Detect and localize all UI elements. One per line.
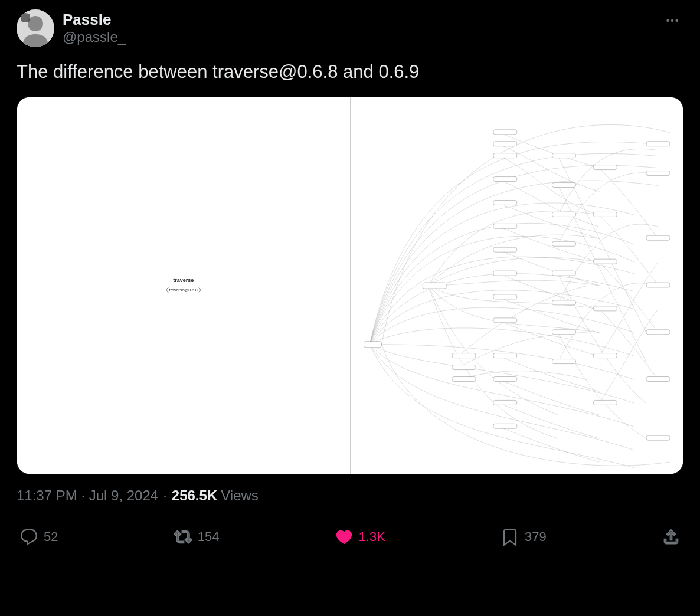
svg-rect-38 [646, 283, 670, 287]
share-button[interactable] [662, 528, 680, 546]
svg-point-3 [671, 19, 673, 22]
svg-rect-28 [552, 359, 575, 364]
svg-point-1 [28, 16, 43, 31]
svg-rect-29 [593, 165, 617, 170]
svg-rect-43 [452, 365, 476, 370]
svg-rect-20 [493, 424, 516, 429]
svg-rect-8 [493, 142, 516, 146]
node-title: traverse [166, 277, 201, 283]
media-left-pane: traverse traverse@0.6.8 [17, 97, 351, 474]
more-button[interactable] [661, 9, 683, 34]
heart-icon [335, 528, 353, 546]
author-name[interactable]: Passle [63, 11, 653, 29]
author-block: Passle @passle_ [63, 11, 653, 46]
retweet-icon [174, 528, 192, 546]
svg-point-4 [675, 19, 678, 22]
dependency-graph [351, 97, 683, 474]
tweet-media[interactable]: traverse traverse@0.6.8 [17, 97, 683, 474]
svg-rect-26 [552, 300, 575, 305]
divider [17, 517, 683, 517]
single-dependency-node: traverse traverse@0.6.8 [166, 277, 201, 294]
more-icon [665, 13, 680, 28]
svg-rect-32 [593, 306, 617, 311]
svg-rect-33 [593, 353, 617, 358]
svg-rect-34 [593, 401, 617, 405]
svg-rect-11 [493, 201, 516, 205]
svg-rect-18 [493, 377, 516, 382]
action-bar: 52 154 1.3K 379 [17, 528, 683, 546]
timestamp[interactable]: 11:37 PM · Jul 9, 2024 [17, 487, 158, 504]
svg-rect-42 [452, 353, 476, 358]
tweet-article: Passle @passle_ The difference between t… [17, 9, 683, 546]
tweet-meta: 11:37 PM · Jul 9, 2024 · 256.5K Views [17, 487, 683, 504]
svg-rect-21 [552, 153, 575, 158]
views-label: Views [221, 487, 259, 504]
svg-rect-10 [493, 177, 516, 182]
svg-rect-13 [493, 248, 516, 253]
author-handle[interactable]: @passle_ [63, 29, 653, 46]
svg-rect-27 [552, 330, 575, 335]
svg-rect-6 [423, 283, 446, 289]
svg-rect-35 [646, 142, 670, 146]
svg-rect-22 [552, 183, 575, 188]
svg-rect-23 [552, 212, 575, 217]
retweet-count: 154 [198, 529, 220, 545]
svg-rect-15 [493, 294, 516, 299]
separator: · [163, 487, 167, 504]
svg-rect-31 [593, 259, 617, 264]
media-right-pane [351, 97, 683, 474]
like-button[interactable]: 1.3K [335, 528, 385, 546]
bookmark-icon [501, 528, 519, 546]
svg-rect-5 [364, 342, 381, 348]
svg-rect-30 [593, 212, 617, 217]
svg-rect-41 [646, 436, 670, 441]
tweet-text: The difference between traverse@0.6.8 an… [17, 60, 683, 84]
svg-rect-16 [493, 318, 516, 323]
svg-rect-12 [493, 224, 516, 229]
svg-rect-19 [493, 401, 516, 405]
tweet-header: Passle @passle_ [17, 9, 683, 47]
svg-rect-36 [646, 171, 670, 176]
like-count: 1.3K [359, 529, 385, 545]
svg-rect-40 [646, 377, 670, 382]
svg-rect-14 [493, 271, 516, 276]
svg-rect-39 [646, 330, 670, 335]
views-count: 256.5K [172, 487, 217, 504]
svg-point-2 [666, 19, 669, 22]
svg-rect-9 [493, 153, 516, 158]
bookmark-button[interactable]: 379 [501, 528, 547, 546]
svg-rect-44 [452, 377, 476, 382]
reply-icon [20, 528, 38, 546]
svg-rect-17 [493, 353, 516, 358]
node-box: traverse@0.6.8 [166, 287, 201, 293]
svg-rect-7 [493, 130, 516, 135]
svg-rect-37 [646, 236, 670, 241]
share-icon [662, 528, 680, 546]
retweet-button[interactable]: 154 [174, 528, 220, 546]
reply-count: 52 [44, 529, 58, 545]
bookmark-count: 379 [525, 529, 547, 545]
svg-rect-25 [552, 271, 575, 276]
avatar[interactable] [17, 9, 54, 47]
avatar-image [17, 9, 54, 47]
reply-button[interactable]: 52 [20, 528, 58, 546]
svg-rect-24 [552, 242, 575, 247]
